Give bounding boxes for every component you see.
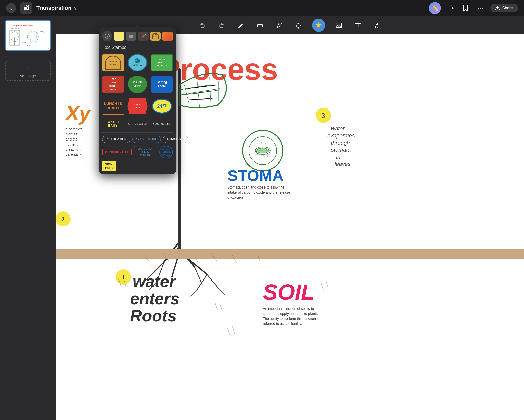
image-tool[interactable] bbox=[333, 20, 344, 31]
svg-text:WATER CYCLE: WATER CYCLE bbox=[10, 28, 19, 30]
share-button[interactable]: Share bbox=[490, 4, 518, 12]
tab-orange-sticker[interactable] bbox=[162, 32, 173, 41]
svg-text:STOMA: STOMA bbox=[21, 42, 26, 43]
svg-text:creating...: creating... bbox=[66, 147, 81, 151]
top-bar: ‹ Transpiration ∨ ✏️ ··· bbox=[0, 0, 524, 16]
back-button[interactable]: ‹ bbox=[6, 3, 16, 13]
svg-line-47 bbox=[217, 287, 225, 295]
svg-line-106 bbox=[145, 34, 146, 35]
svg-text:enters: enters bbox=[130, 289, 179, 308]
pen-tool[interactable] bbox=[274, 20, 285, 31]
add-page-button[interactable]: + Add page bbox=[5, 61, 51, 81]
stamp-take-it-easy[interactable]: TAKE IT EASY bbox=[102, 118, 124, 129]
svg-text:leaves: leaves bbox=[335, 161, 351, 167]
svg-marker-11 bbox=[316, 22, 322, 28]
stamp-confidential[interactable]: CONFIDENTIAL bbox=[102, 149, 132, 155]
yourself-label: YOURSELF bbox=[152, 122, 172, 125]
tab-thanks-sticker[interactable]: THANKSA LOT bbox=[150, 32, 161, 41]
everyone-label: EVERYONE bbox=[140, 137, 157, 141]
svg-text:2: 2 bbox=[62, 216, 65, 223]
slide-thumbnail-1[interactable]: Transpiration Process WATER CYCLE SOIL S… bbox=[5, 20, 51, 51]
sign-here-stamp[interactable]: SIGNHERE bbox=[102, 161, 116, 171]
svg-text:Roots: Roots bbox=[130, 307, 177, 325]
tab-yellow-square[interactable] bbox=[114, 32, 124, 41]
svg-text:stomata: stomata bbox=[331, 147, 351, 153]
pencil-tool[interactable] bbox=[235, 20, 246, 31]
text-tool[interactable] bbox=[352, 20, 364, 31]
svg-text:water: water bbox=[133, 272, 177, 291]
svg-text:The ability to perform this fu: The ability to perform this function is bbox=[263, 317, 319, 321]
air-mail-label: AIR MAIL21/10/2021AIR MAIL bbox=[162, 148, 171, 156]
text-stamps-row: TAKE IT EASY Remarkable YOURSELF bbox=[99, 116, 176, 131]
sticker-since-2011[interactable]: SINCE2011 bbox=[127, 97, 149, 116]
slide-more-dots[interactable]: ··· bbox=[47, 54, 51, 58]
svg-text:intake of carbon dioxide and t: intake of carbon dioxide and the release bbox=[227, 190, 290, 194]
sticker-keep-calm[interactable]: KEEPCALMDRINKSODA bbox=[102, 75, 124, 94]
avatar-button[interactable]: ✏️ bbox=[429, 2, 441, 14]
redo-button[interactable] bbox=[216, 20, 227, 31]
sticker-lunch-is-ready[interactable]: LUNCH ISREADY bbox=[102, 97, 124, 116]
sticker-tool[interactable] bbox=[312, 19, 325, 32]
tab-recent[interactable] bbox=[102, 31, 112, 41]
magic-tool[interactable] bbox=[372, 20, 383, 31]
document-title-area[interactable]: Transpiration ∨ bbox=[36, 5, 77, 11]
tab-pen-sticker[interactable] bbox=[138, 32, 149, 41]
svg-line-100 bbox=[227, 328, 230, 335]
svg-rect-74 bbox=[56, 249, 524, 259]
svg-text:store and supply nutrients to : store and supply nutrients to plants. bbox=[263, 312, 319, 316]
svg-point-105 bbox=[131, 35, 133, 37]
sticker-tab-row: THANKSA LOT bbox=[99, 27, 176, 44]
logo-button[interactable] bbox=[20, 2, 32, 14]
svg-text:evaporates: evaporates bbox=[327, 132, 355, 139]
svg-line-98 bbox=[321, 282, 323, 290]
everyone-icon: 🛡 bbox=[136, 137, 139, 141]
share-label: Share bbox=[502, 6, 513, 10]
tag-location[interactable]: 📍 LOCATION bbox=[102, 136, 130, 143]
bookmark-button[interactable] bbox=[460, 3, 471, 14]
stamp-row: CONFIDENTIAL CUSTOM TEXT HEREJAN 15 2020… bbox=[99, 145, 176, 160]
avatar-icon: ✏️ bbox=[432, 5, 438, 11]
tag-badges-row: 📍 LOCATION 🛡 EVERYONE # HASHTAG bbox=[99, 135, 176, 145]
stamp-remarkable[interactable]: Remarkable bbox=[127, 118, 149, 129]
svg-text:through: through bbox=[331, 139, 350, 146]
slide-number: 1 bbox=[5, 54, 7, 58]
add-page-label: Add page bbox=[20, 74, 36, 78]
document-title: Transpiration bbox=[36, 5, 72, 11]
svg-text:in: in bbox=[336, 154, 340, 160]
sticker-thanks-a-lot[interactable]: THANKSA LOT bbox=[102, 53, 124, 72]
svg-text:SOIL: SOIL bbox=[27, 44, 31, 46]
add-page-plus-icon: + bbox=[26, 64, 30, 72]
panel-section-title: Text Stamps bbox=[99, 44, 176, 53]
sticker-grid: THANKSA LOT WFH – SUCHGOODFRIENDS bbox=[99, 53, 176, 116]
undo-button[interactable] bbox=[197, 20, 208, 31]
tag-hashtag[interactable]: # HASHTAG bbox=[163, 136, 188, 143]
lasso-tool[interactable] bbox=[293, 20, 304, 31]
sticker-24-7[interactable]: 24/7 bbox=[151, 97, 173, 116]
svg-text:parentally: parentally bbox=[66, 152, 81, 156]
sticker-make-art[interactable]: MAKEART bbox=[127, 75, 149, 94]
slides-sidebar: Transpiration Process WATER CYCLE SOIL S… bbox=[0, 16, 56, 420]
svg-text:referred to as soil fertility.: referred to as soil fertility. bbox=[263, 322, 302, 326]
svg-text:of oxygen: of oxygen bbox=[227, 195, 243, 199]
tag-everyone[interactable]: 🛡 EVERYONE bbox=[132, 136, 161, 143]
svg-text:Transpiration Process: Transpiration Process bbox=[10, 24, 34, 27]
svg-line-43 bbox=[207, 274, 217, 287]
location-pin-icon: 📍 bbox=[106, 137, 110, 141]
more-options-button[interactable]: ··· bbox=[475, 3, 486, 14]
tab-cloud[interactable] bbox=[126, 32, 136, 41]
svg-rect-2 bbox=[27, 7, 29, 10]
sticker-good-friends[interactable]: SUCHGOODFRIENDS bbox=[151, 53, 173, 72]
sticker-wfh[interactable]: WFH – bbox=[127, 53, 149, 72]
add-page-icon-button[interactable] bbox=[445, 3, 456, 14]
stamp-air-mail[interactable]: AIR MAIL21/10/2021AIR MAIL bbox=[159, 146, 173, 158]
confidential-label: CONFIDENTIAL bbox=[105, 151, 129, 154]
svg-line-91 bbox=[215, 302, 217, 310]
svg-text:An important function of soil : An important function of soil is to bbox=[263, 307, 314, 311]
stamp-yourself[interactable]: YOURSELF bbox=[151, 118, 173, 129]
eraser-tool[interactable] bbox=[254, 20, 266, 31]
svg-text:nutrient: nutrient bbox=[66, 142, 78, 146]
stamp-custom-text[interactable]: CUSTOM TEXT HEREJAN 15 2020 bbox=[134, 146, 157, 158]
svg-line-92 bbox=[220, 304, 222, 311]
sticker-getting-there[interactable]: GettingThere bbox=[151, 75, 173, 94]
svg-text:Xy: Xy bbox=[65, 102, 91, 125]
